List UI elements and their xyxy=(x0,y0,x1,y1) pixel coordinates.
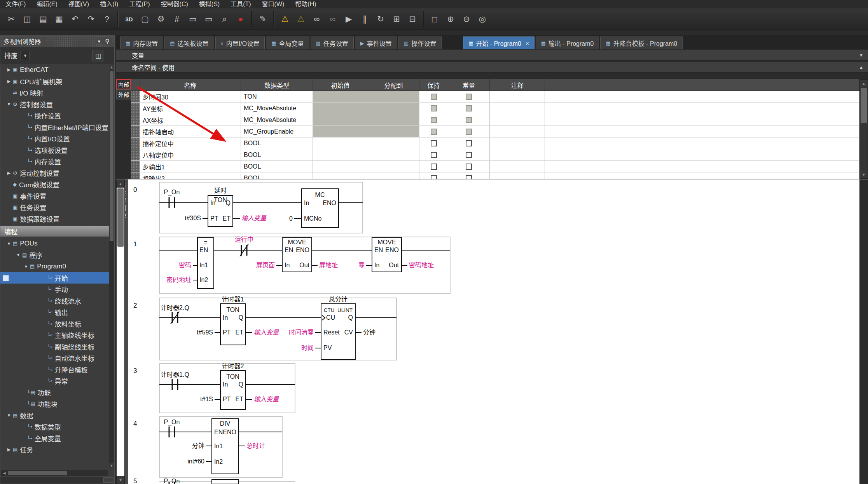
paste-icon[interactable]: ▤ xyxy=(36,11,51,27)
variable-name-cell[interactable]: AY坐标 xyxy=(140,103,241,114)
allocation-cell[interactable] xyxy=(368,161,419,172)
scope-tab[interactable]: 外部 xyxy=(116,89,131,99)
allocation-cell[interactable] xyxy=(368,126,419,138)
allocation-cell[interactable] xyxy=(368,91,419,103)
sidebar-item[interactable]: └▪ 内置EtherNet/IP端口设置 xyxy=(0,122,109,133)
panel-corner-box[interactable] xyxy=(103,477,114,483)
column-header[interactable]: 注释 xyxy=(490,79,545,91)
scrollbar-thumb[interactable] xyxy=(8,471,67,475)
retain-checkbox[interactable] xyxy=(431,175,437,179)
ruler-icon[interactable]: ▭ xyxy=(185,11,200,27)
table-row[interactable]: 八轴定位中 BOOL xyxy=(131,149,859,161)
zoom-reset-icon[interactable]: ◎ xyxy=(475,11,490,27)
operand[interactable]: int#60 xyxy=(187,458,204,465)
device-dropdown-button[interactable]: ▼ xyxy=(21,51,30,60)
row-handle[interactable] xyxy=(131,114,140,126)
tab[interactable]: ▦ 开始 - Program0 × xyxy=(463,37,534,49)
sidebar-item[interactable]: └▫ 自动流水坐标 xyxy=(0,352,109,364)
row-handle[interactable] xyxy=(131,126,140,138)
sidebar-item[interactable]: └▪ 选项板设置 xyxy=(0,145,109,156)
sidebar-item[interactable]: ▶ ⚙ 运动控制设置 xyxy=(0,167,109,179)
sidebar-item[interactable]: ▼ ▤ POUs xyxy=(0,238,109,249)
tab[interactable]: ▦ 内存设置 xyxy=(120,37,163,49)
scope-tab[interactable]: 内部 xyxy=(116,79,131,89)
contact-label[interactable]: 运行中 xyxy=(235,236,253,243)
constant-checkbox[interactable] xyxy=(466,129,472,135)
row-handle[interactable] xyxy=(131,91,140,103)
initial-value-cell[interactable] xyxy=(313,126,368,138)
menu-item[interactable]: 文件(F) xyxy=(0,0,31,9)
allocation-cell[interactable] xyxy=(368,138,419,149)
sidebar-item[interactable]: └▤ 功能块 xyxy=(0,398,109,410)
column-header[interactable]: 初始值 xyxy=(313,79,368,91)
table-row[interactable]: AX坐标 MC_MoveAbsolute xyxy=(131,114,859,126)
rung-4[interactable]: 4 P_On DIV EN ENO In1 In2 分钟 int#60 总时计 xyxy=(133,416,282,477)
ladder-scrollbar[interactable]: ▲ ▼ xyxy=(116,179,125,484)
menu-item[interactable]: 视图(V) xyxy=(63,0,94,9)
initial-value-cell[interactable] xyxy=(313,149,368,161)
initial-value-cell[interactable] xyxy=(313,161,368,172)
tree-scrollbar[interactable]: ▲ ▼ xyxy=(109,64,114,469)
tab[interactable]: ▤ 选项板设置 xyxy=(164,37,214,49)
pin-icon[interactable]: ⚲ xyxy=(103,38,111,45)
table-row[interactable]: 步时间30 TON xyxy=(131,91,859,103)
edit-icon[interactable]: ✎ xyxy=(255,11,270,27)
contact-label[interactable]: 计时器1.Q xyxy=(161,371,189,378)
retain-checkbox[interactable] xyxy=(431,140,437,146)
rung-0[interactable]: 0 P_On 延时 TON In Q PT ET t#30S 输入变量 MC I xyxy=(133,182,363,233)
sidebar-item[interactable]: └▪ 操作设置 xyxy=(0,110,109,122)
instance-label[interactable]: 延时 xyxy=(214,187,227,194)
sidebar-item[interactable]: └▤ 功能 xyxy=(0,387,109,399)
column-header[interactable]: 名称 xyxy=(140,79,241,91)
menu-item[interactable]: 工具(T) xyxy=(225,0,256,9)
operand[interactable]: t#30S xyxy=(185,215,201,221)
sidebar-item[interactable]: └▫ 副轴绕线坐标 xyxy=(0,341,109,353)
scroll-up-icon[interactable]: ▲ xyxy=(117,180,124,188)
collapse-icon[interactable]: ▾ xyxy=(95,38,104,44)
operand[interactable]: 零 xyxy=(358,262,365,268)
operand[interactable]: 分钟 xyxy=(192,442,204,449)
sidebar-item[interactable]: └▫ 放料坐标 xyxy=(0,318,109,330)
allocation-cell[interactable] xyxy=(368,149,419,161)
initial-value-cell[interactable] xyxy=(313,172,368,179)
data-type-cell[interactable]: MC_MoveAbsolute xyxy=(241,103,313,114)
menu-item[interactable]: 工程(P) xyxy=(124,0,155,9)
sidebar-item[interactable]: ▣ 数据跟踪设置 xyxy=(0,213,109,225)
tab[interactable]: ▧ 任务设置 xyxy=(311,37,354,49)
variable-name-cell[interactable]: 步输出1 xyxy=(140,161,241,172)
retain-checkbox[interactable] xyxy=(431,152,437,158)
row-handle[interactable] xyxy=(131,172,140,179)
row-handle[interactable] xyxy=(131,149,140,161)
initial-value-cell[interactable] xyxy=(313,91,368,103)
data-type-cell[interactable]: BOOL xyxy=(241,149,313,161)
unlink-icon[interactable]: ∞ xyxy=(325,11,340,27)
comment-cell[interactable] xyxy=(490,126,545,138)
rung-1[interactable]: 1 = EN In1 In2 密码 密码地址 运行中 MOVE EN ENO xyxy=(133,236,450,294)
data-type-cell[interactable]: MC_MoveAbsolute xyxy=(241,114,313,126)
variable-name-cell[interactable]: 插补轴启动 xyxy=(140,126,241,138)
collapse-down-icon[interactable]: ▼ xyxy=(859,53,863,57)
operand[interactable]: 输入变量 xyxy=(241,215,267,221)
scroll-down-icon[interactable]: ▼ xyxy=(860,171,868,178)
comment-cell[interactable] xyxy=(490,172,545,179)
scrollbar-thumb[interactable] xyxy=(861,88,867,123)
variable-name-cell[interactable]: AX坐标 xyxy=(140,114,241,126)
sidebar-item[interactable]: └▪ 数据类型 xyxy=(0,421,109,433)
sidebar-item[interactable]: ▶ ▤ 任务 xyxy=(0,444,109,456)
tree-horizontal-scrollbar[interactable]: ◀ xyxy=(1,470,108,476)
retain-checkbox[interactable] xyxy=(431,94,437,100)
expand-arrow-icon[interactable]: ▼ xyxy=(5,241,13,246)
sidebar-item[interactable]: ▶ ▣ CPU/扩展机架 xyxy=(0,76,109,87)
sidebar-item[interactable]: └▫ 绕线流水 xyxy=(0,295,109,307)
panel-icon[interactable]: ▢ xyxy=(138,11,152,27)
menu-item[interactable]: 编辑(E) xyxy=(31,0,63,9)
expand-arrow-icon[interactable]: ▶ xyxy=(5,171,13,176)
instance-label[interactable]: 计时器2 xyxy=(222,363,244,369)
view-3d-icon[interactable]: 3D xyxy=(122,11,136,27)
operand[interactable]: 时间清零 xyxy=(289,329,314,336)
sidebar-item[interactable]: 编程 xyxy=(0,226,109,237)
variable-name-cell[interactable]: 步时间30 xyxy=(140,91,241,103)
comment-cell[interactable] xyxy=(490,91,545,103)
sidebar-item[interactable]: └▪ 全局变量 xyxy=(0,433,109,444)
comment-cell[interactable] xyxy=(490,149,545,161)
